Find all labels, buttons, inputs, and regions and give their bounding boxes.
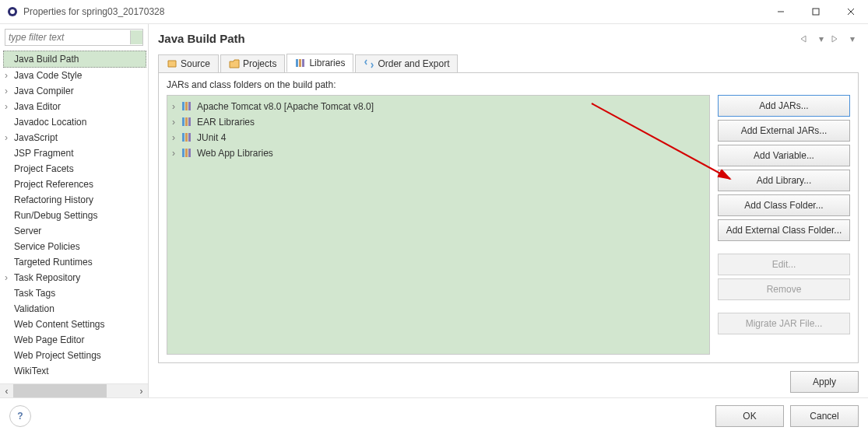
svg-point-1: [10, 9, 15, 14]
category-item[interactable]: Java Compiler: [3, 83, 146, 99]
category-item[interactable]: JavaScript: [3, 130, 146, 145]
svg-rect-20: [188, 149, 191, 157]
category-item[interactable]: Java Build Path: [3, 51, 146, 68]
add-external-class-folder-button[interactable]: Add External Class Folder...: [718, 219, 850, 241]
category-item[interactable]: Web Page Editor: [3, 332, 146, 348]
sidebar-horizontal-scrollbar[interactable]: ‹ ›: [0, 383, 148, 397]
category-item[interactable]: Run/Debug Settings: [3, 208, 146, 223]
back-button[interactable]: [799, 33, 812, 45]
tab-libraries[interactable]: Libraries: [286, 54, 353, 72]
svg-rect-19: [185, 149, 188, 157]
category-tree[interactable]: Java Build PathJava Code StyleJava Compi…: [0, 51, 148, 383]
libraries-tree[interactable]: ›Apache Tomcat v8.0 [Apache Tomcat v8.0]…: [167, 95, 710, 355]
category-item[interactable]: WikiText: [3, 363, 146, 379]
svg-rect-9: [182, 102, 184, 110]
apply-button[interactable]: Apply: [790, 371, 859, 393]
expand-icon[interactable]: ›: [172, 101, 181, 112]
expand-icon[interactable]: ›: [172, 148, 181, 159]
category-item[interactable]: JSP Fragment: [3, 145, 146, 161]
tab-label: Source: [181, 58, 210, 69]
library-icon: [181, 101, 194, 112]
back-menu-icon[interactable]: ▾: [815, 33, 828, 45]
tab-label: Libraries: [309, 58, 345, 68]
tab-label: Order and Export: [378, 58, 449, 69]
expand-icon[interactable]: ›: [172, 117, 181, 128]
svg-rect-14: [188, 117, 191, 126]
category-item[interactable]: Java Editor: [3, 99, 146, 114]
projects-icon: [229, 58, 240, 69]
library-label: Web App Libraries: [197, 148, 273, 159]
category-item[interactable]: Refactoring History: [3, 192, 146, 208]
svg-rect-3: [813, 9, 819, 15]
expand-icon[interactable]: ›: [172, 132, 181, 143]
side-button-column: Add JARs... Add External JARs... Add Var…: [718, 95, 850, 355]
library-label: Apache Tomcat v8.0 [Apache Tomcat v8.0]: [197, 101, 374, 112]
ok-button[interactable]: OK: [715, 405, 784, 427]
svg-rect-12: [182, 117, 184, 126]
tab-source[interactable]: Source: [158, 54, 219, 72]
minimize-button[interactable]: [763, 0, 798, 23]
order-icon: [364, 58, 374, 69]
tab-bar: SourceProjectsLibrariesOrder and Export: [158, 54, 859, 73]
remove-button: Remove: [718, 278, 850, 300]
svg-rect-18: [182, 149, 184, 157]
migrate-jar-button: Migrate JAR File...: [718, 313, 850, 334]
category-item[interactable]: Task Tags: [3, 285, 146, 301]
page-title: Java Build Path: [158, 32, 799, 45]
category-item[interactable]: Service Policies: [3, 239, 146, 254]
tab-projects[interactable]: Projects: [220, 54, 285, 72]
library-item[interactable]: ›EAR Libraries: [169, 114, 708, 130]
forward-menu-icon[interactable]: ▾: [846, 33, 859, 45]
edit-button: Edit...: [718, 254, 850, 275]
category-item[interactable]: Validation: [3, 301, 146, 317]
add-external-jars-button[interactable]: Add External JARs...: [718, 120, 850, 142]
svg-rect-17: [188, 133, 191, 142]
category-sidebar: Java Build PathJava Code StyleJava Compi…: [0, 24, 149, 397]
maximize-button[interactable]: [798, 0, 833, 23]
category-item[interactable]: Project Facets: [3, 161, 146, 177]
filter-input[interactable]: [5, 32, 130, 43]
filter-clear-button[interactable]: [130, 30, 143, 44]
svg-rect-6: [296, 59, 298, 67]
category-item[interactable]: Web Project Settings: [3, 348, 146, 363]
svg-rect-7: [299, 59, 301, 67]
library-label: EAR Libraries: [197, 117, 255, 128]
library-item[interactable]: ›JUnit 4: [169, 130, 708, 145]
libraries-icon: [295, 58, 306, 68]
add-class-folder-button[interactable]: Add Class Folder...: [718, 194, 850, 216]
category-item[interactable]: Java Code Style: [3, 68, 146, 83]
help-button[interactable]: ?: [9, 405, 31, 427]
library-item[interactable]: ›Apache Tomcat v8.0 [Apache Tomcat v8.0]: [169, 99, 708, 114]
svg-rect-15: [182, 133, 184, 142]
filter-box: [5, 29, 143, 46]
svg-rect-11: [188, 102, 191, 110]
category-item[interactable]: Javadoc Location: [3, 114, 146, 130]
library-icon: [181, 132, 194, 143]
category-item[interactable]: Project References: [3, 177, 146, 192]
library-icon: [181, 148, 194, 159]
dialog-footer: ? OK Cancel: [0, 397, 868, 434]
category-item[interactable]: Task Repository: [3, 270, 146, 285]
category-item[interactable]: Web Content Settings: [3, 317, 146, 332]
source-icon: [167, 58, 177, 69]
svg-rect-16: [185, 133, 188, 142]
window-title: Properties for spring03_20170328: [23, 6, 763, 17]
category-item[interactable]: Targeted Runtimes: [3, 254, 146, 270]
add-variable-button[interactable]: Add Variable...: [718, 145, 850, 166]
history-nav: ▾ ▾: [799, 33, 859, 45]
forward-button[interactable]: [831, 33, 843, 45]
library-item[interactable]: ›Web App Libraries: [169, 145, 708, 161]
add-jars-button[interactable]: Add JARs...: [718, 95, 850, 117]
library-icon: [181, 117, 194, 128]
svg-rect-13: [185, 117, 188, 126]
cancel-button[interactable]: Cancel: [790, 405, 859, 427]
title-bar: Properties for spring03_20170328: [0, 0, 868, 24]
tab-label: Projects: [243, 58, 276, 69]
svg-rect-8: [302, 59, 304, 67]
add-library-button[interactable]: Add Library...: [718, 170, 850, 191]
svg-rect-10: [185, 102, 188, 110]
tab-description: JARs and class folders on the build path…: [167, 79, 850, 90]
tab-order-and-export[interactable]: Order and Export: [355, 54, 458, 72]
category-item[interactable]: Server: [3, 223, 146, 239]
close-button[interactable]: [833, 0, 868, 23]
